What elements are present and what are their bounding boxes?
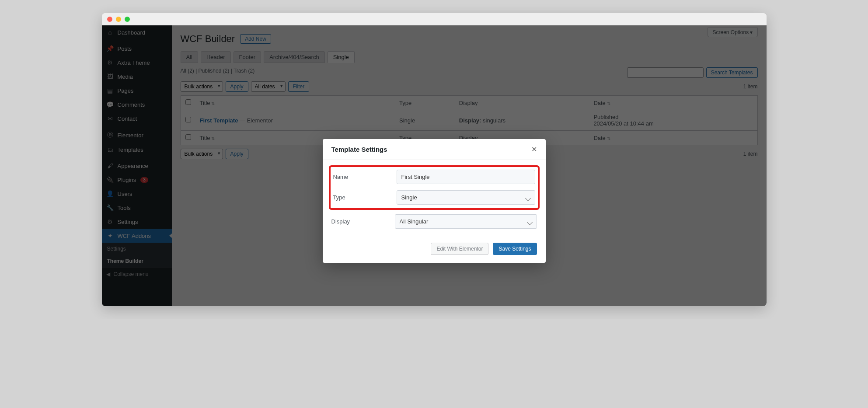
min-dot[interactable]	[116, 17, 121, 22]
close-dot[interactable]	[107, 17, 112, 22]
annotation-highlight: Name Type Single	[329, 165, 540, 210]
save-settings-button[interactable]: Save Settings	[493, 243, 537, 255]
titlebar	[102, 13, 767, 25]
display-field-label: Display	[331, 218, 386, 225]
type-field-label: Type	[333, 194, 388, 201]
display-select[interactable]: All Singular	[395, 214, 537, 229]
modal-close-button[interactable]: ✕	[531, 145, 537, 153]
max-dot[interactable]	[125, 17, 130, 22]
name-input[interactable]	[397, 170, 535, 184]
name-field-label: Name	[333, 174, 388, 180]
type-select[interactable]: Single	[397, 190, 535, 205]
template-settings-modal: Template Settings ✕ Name Type Single Dis…	[323, 139, 546, 263]
modal-title: Template Settings	[331, 146, 387, 153]
edit-with-elementor-button[interactable]: Edit With Elementor	[431, 243, 488, 255]
app-window: ⌂Dashboard 📌Posts ⚙Axtra Theme 🖼Media ▤P…	[102, 13, 767, 306]
